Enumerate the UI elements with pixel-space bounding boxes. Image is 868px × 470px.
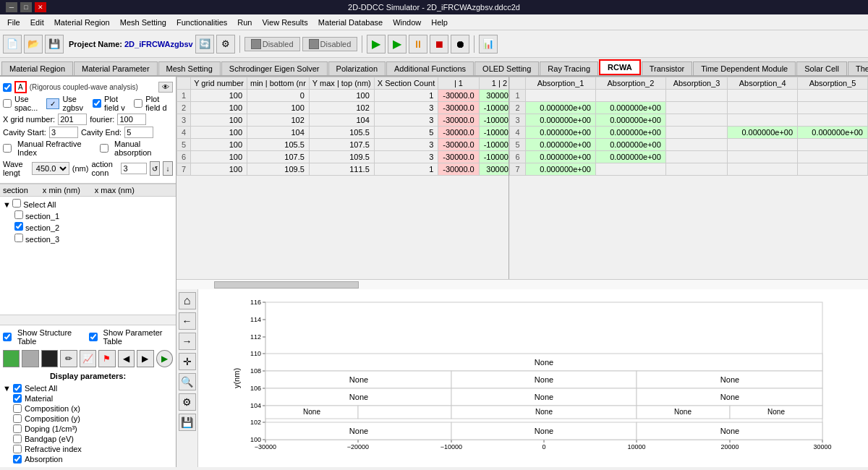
rcwa-eye-button[interactable]: 👁 bbox=[158, 82, 173, 93]
chart-back-button[interactable]: ← bbox=[179, 312, 196, 330]
menu-view-results[interactable]: View Results bbox=[258, 17, 312, 28]
stop-button[interactable]: ⏹ bbox=[430, 35, 448, 54]
chart-button[interactable]: 📊 bbox=[479, 35, 498, 54]
use-rcwa-checkbox[interactable] bbox=[3, 83, 12, 92]
color-gray-btn[interactable] bbox=[22, 350, 38, 367]
section-2-checkbox[interactable] bbox=[14, 222, 23, 231]
h-scroll-grid[interactable] bbox=[176, 279, 868, 289]
use-zgbsv-button[interactable]: ✓ bbox=[46, 98, 59, 109]
chart-home-button[interactable]: ⌂ bbox=[179, 292, 196, 309]
pause-button[interactable]: ⏸ bbox=[409, 35, 427, 54]
section-1-checkbox[interactable] bbox=[14, 210, 23, 219]
manual-absorption-checkbox[interactable] bbox=[100, 144, 109, 153]
refresh-wave-button[interactable]: ↺ bbox=[150, 161, 160, 176]
pencil-icon-btn[interactable]: ✏ bbox=[60, 350, 77, 367]
cavity-end-input[interactable] bbox=[124, 127, 153, 138]
save-button[interactable]: 💾 bbox=[45, 35, 64, 54]
param-refractive-checkbox[interactable] bbox=[13, 445, 22, 453]
new-button[interactable]: 📄 bbox=[3, 35, 22, 54]
section-select-all[interactable]: ▼ Select All bbox=[3, 198, 173, 210]
wave-length-select[interactable]: 450.0 bbox=[32, 162, 69, 175]
tab-schrodinger[interactable]: Schrodinger Eigen Solver bbox=[221, 61, 328, 75]
download-wave-button[interactable]: ↓ bbox=[163, 161, 173, 176]
chart-settings-button[interactable]: ⚙ bbox=[179, 393, 196, 411]
param-material[interactable]: Material bbox=[3, 393, 173, 403]
section-3-checkbox[interactable] bbox=[14, 234, 23, 242]
tab-polarization[interactable]: Polarization bbox=[328, 61, 386, 75]
section-2-item[interactable]: section_2 bbox=[3, 221, 173, 233]
play2-button[interactable]: ▶ bbox=[388, 35, 407, 54]
tab-oled[interactable]: OLED Setting bbox=[475, 61, 539, 75]
disabled-btn-2[interactable]: Disabled bbox=[302, 37, 358, 51]
chart-forward-button[interactable]: → bbox=[179, 333, 196, 350]
refresh-button[interactable]: 🔄 bbox=[195, 35, 214, 54]
left-arrow-icon-btn[interactable]: ◀ bbox=[118, 350, 135, 367]
tab-solar-cell[interactable]: Solar Cell bbox=[796, 61, 847, 75]
tab-material-region[interactable]: Material Region bbox=[1, 61, 73, 75]
param-comp-y-checkbox[interactable] bbox=[13, 414, 22, 423]
tab-transistor[interactable]: Transistor bbox=[642, 61, 693, 75]
show-structure-checkbox[interactable] bbox=[3, 333, 12, 341]
manual-refractive-checkbox[interactable] bbox=[3, 144, 12, 153]
h-scroll-left[interactable] bbox=[0, 315, 176, 325]
red-flag-icon-btn[interactable]: ⚑ bbox=[98, 350, 115, 367]
right-arrow-icon-btn[interactable]: ▶ bbox=[137, 350, 153, 367]
color-green-btn[interactable] bbox=[3, 350, 20, 367]
cavity-start-input[interactable] bbox=[49, 127, 78, 138]
tab-time-dependent[interactable]: Time Dependent Module bbox=[693, 61, 796, 75]
config-button[interactable]: ⚙ bbox=[216, 35, 235, 54]
section-all-checkbox[interactable] bbox=[12, 199, 21, 208]
open-button[interactable]: 📂 bbox=[24, 35, 43, 54]
menu-run[interactable]: Run bbox=[233, 17, 256, 28]
param-absorption-checkbox[interactable] bbox=[13, 455, 22, 463]
menu-functionalities[interactable]: Functionalities bbox=[172, 17, 231, 28]
param-doping-checkbox[interactable] bbox=[13, 424, 22, 433]
menu-mesh-setting[interactable]: Mesh Setting bbox=[116, 17, 171, 28]
chart-save-button[interactable]: 💾 bbox=[179, 414, 196, 431]
tab-additional[interactable]: Additional Functions bbox=[386, 61, 474, 75]
tab-ray-tracing[interactable]: Ray Tracing bbox=[540, 61, 598, 75]
plot-field-v-checkbox[interactable] bbox=[93, 99, 101, 108]
disabled-btn-1[interactable]: Disabled bbox=[244, 37, 300, 51]
action-conn-input[interactable] bbox=[121, 163, 147, 174]
menu-material-region[interactable]: Material Region bbox=[50, 17, 114, 28]
menu-window[interactable]: Window bbox=[388, 17, 425, 28]
param-bandgap-checkbox[interactable] bbox=[13, 435, 22, 443]
chart-move-button[interactable]: ✛ bbox=[179, 353, 196, 370]
param-comp-x-checkbox[interactable] bbox=[13, 404, 22, 413]
play-green-btn[interactable]: ▶ bbox=[156, 350, 173, 367]
param-doping[interactable]: Doping (1/cm³) bbox=[3, 424, 173, 434]
tab-rcwa[interactable]: RCWA bbox=[599, 59, 641, 75]
section-1-item[interactable]: section_1 bbox=[3, 210, 173, 221]
menu-edit[interactable]: Edit bbox=[26, 17, 48, 28]
h-scroll-thumb[interactable] bbox=[214, 281, 359, 289]
tab-thermal[interactable]: Thermal bbox=[848, 61, 868, 75]
chart-icon-btn[interactable]: 📈 bbox=[80, 350, 96, 367]
fourier-input[interactable] bbox=[117, 114, 146, 125]
tab-material-parameter[interactable]: Material Parameter bbox=[74, 61, 158, 75]
param-refractive[interactable]: Refractive index bbox=[3, 444, 173, 454]
param-material-checkbox[interactable] bbox=[13, 394, 22, 403]
param-select-all[interactable]: ▼ Select All bbox=[3, 383, 173, 393]
param-composition-x[interactable]: Composition (x) bbox=[3, 403, 173, 414]
x-grid-input[interactable] bbox=[58, 114, 87, 125]
record-button[interactable]: ⏺ bbox=[451, 35, 469, 54]
minimize-button[interactable]: ─ bbox=[6, 2, 17, 12]
section-3-item[interactable]: section_3 bbox=[3, 233, 173, 244]
plot-field-d-checkbox[interactable] bbox=[134, 99, 142, 108]
play-button[interactable]: ▶ bbox=[367, 35, 386, 54]
tab-mesh-setting[interactable]: Mesh Setting bbox=[158, 61, 221, 75]
close-button[interactable]: ✕ bbox=[35, 2, 46, 12]
param-composition-y[interactable]: Composition (y) bbox=[3, 414, 173, 424]
menu-material-database[interactable]: Material Database bbox=[314, 17, 387, 28]
param-absorption[interactable]: Absorption bbox=[3, 454, 173, 464]
menu-file[interactable]: File bbox=[3, 17, 25, 28]
maximize-button[interactable]: □ bbox=[20, 2, 32, 12]
show-parameter-checkbox[interactable] bbox=[89, 333, 98, 341]
param-bandgap[interactable]: Bandgap (eV) bbox=[3, 434, 173, 444]
param-all-checkbox[interactable] bbox=[13, 384, 22, 393]
menu-help[interactable]: Help bbox=[427, 17, 452, 28]
color-dark-btn[interactable] bbox=[41, 350, 58, 367]
chart-zoom-button[interactable]: 🔍 bbox=[179, 373, 196, 390]
use-spacing-checkbox[interactable] bbox=[3, 99, 12, 108]
